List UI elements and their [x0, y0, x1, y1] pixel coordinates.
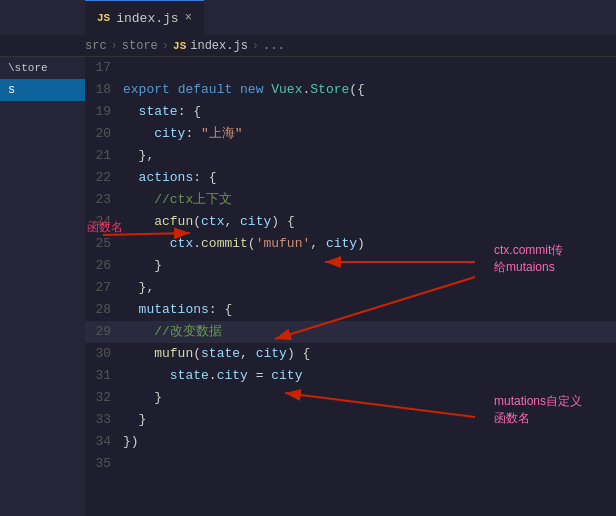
- token: "上海": [201, 126, 243, 141]
- line-23: 23 //ctx上下文: [85, 189, 616, 211]
- line-content: },: [123, 277, 616, 299]
- line-number: 20: [85, 123, 123, 145]
- sidebar-item-s[interactable]: s: [0, 79, 85, 101]
- token: state: [201, 346, 240, 361]
- line-content: export default new Vuex.Store({: [123, 79, 616, 101]
- line-24: 24 acfun(ctx, city) {: [85, 211, 616, 233]
- token: mutations: [139, 302, 209, 317]
- breadcrumb-sep1: ›: [111, 39, 118, 53]
- token: ,: [310, 236, 326, 251]
- line-content: //ctx上下文: [123, 189, 616, 211]
- code-editor[interactable]: 1718export default new Vuex.Store({19 st…: [85, 57, 616, 516]
- token: : {: [178, 104, 201, 119]
- token: ) {: [271, 214, 294, 229]
- line-number: 21: [85, 145, 123, 167]
- line-33: 33 }: [85, 409, 616, 431]
- token: [232, 82, 240, 97]
- token: Vuex: [271, 82, 302, 97]
- token: (: [193, 346, 201, 361]
- token: =: [248, 368, 271, 383]
- token: acfun: [154, 214, 193, 229]
- token: [123, 104, 139, 119]
- token: }: [154, 258, 162, 273]
- breadcrumb-src: src: [85, 39, 107, 53]
- breadcrumb-sep2: ›: [162, 39, 169, 53]
- line-content: state.city = city: [123, 365, 616, 387]
- token: [123, 126, 154, 141]
- line-number: 18: [85, 79, 123, 101]
- token: commit: [201, 236, 248, 251]
- tab-label: index.js: [116, 11, 178, 26]
- line-28: 28 mutations: {: [85, 299, 616, 321]
- line-18: 18export default new Vuex.Store({: [85, 79, 616, 101]
- line-number: 17: [85, 57, 123, 79]
- token: [123, 412, 139, 427]
- token: ,: [240, 346, 256, 361]
- token: [170, 82, 178, 97]
- line-31: 31 state.city = city: [85, 365, 616, 387]
- code-area: 1718export default new Vuex.Store({19 st…: [85, 57, 616, 516]
- token: [123, 302, 139, 317]
- token: ctx: [201, 214, 224, 229]
- line-number: 19: [85, 101, 123, 123]
- token: export: [123, 82, 170, 97]
- line-22: 22 actions: {: [85, 167, 616, 189]
- line-content: city: "上海": [123, 123, 616, 145]
- token: Store: [310, 82, 349, 97]
- line-34: 34}): [85, 431, 616, 453]
- sidebar: \store s: [0, 57, 85, 516]
- line-content: }): [123, 431, 616, 453]
- line-number: 35: [85, 453, 123, 475]
- token: (: [193, 214, 201, 229]
- token: [123, 148, 139, 163]
- line-number: 26: [85, 255, 123, 277]
- sidebar-item-store[interactable]: \store: [0, 57, 85, 79]
- token: [123, 280, 139, 295]
- line-number: 33: [85, 409, 123, 431]
- token: //改变数据: [123, 324, 222, 339]
- line-19: 19 state: {: [85, 101, 616, 123]
- token: [123, 170, 139, 185]
- line-content: mufun(state, city) {: [123, 343, 616, 365]
- line-number: 32: [85, 387, 123, 409]
- line-number: 29: [85, 321, 123, 343]
- line-number: 23: [85, 189, 123, 211]
- token: }: [139, 412, 147, 427]
- line-35: 35: [85, 453, 616, 475]
- line-26: 26 }: [85, 255, 616, 277]
- line-32: 32 }: [85, 387, 616, 409]
- line-27: 27 },: [85, 277, 616, 299]
- token: [123, 214, 154, 229]
- line-content: ctx.commit('mufun', city): [123, 233, 616, 255]
- token: ): [357, 236, 365, 251]
- line-25: 25 ctx.commit('mufun', city): [85, 233, 616, 255]
- tab-index-js[interactable]: JS index.js ×: [85, 0, 204, 35]
- close-icon[interactable]: ×: [185, 11, 192, 25]
- token: actions: [139, 170, 194, 185]
- line-21: 21 },: [85, 145, 616, 167]
- line-number: 27: [85, 277, 123, 299]
- token: default: [178, 82, 233, 97]
- line-30: 30 mufun(state, city) {: [85, 343, 616, 365]
- token: (: [248, 236, 256, 251]
- token: [123, 368, 170, 383]
- line-content: mutations: {: [123, 299, 616, 321]
- line-20: 20 city: "上海": [85, 123, 616, 145]
- line-29: 29 //改变数据: [85, 321, 616, 343]
- token: .: [209, 368, 217, 383]
- token: ) {: [287, 346, 310, 361]
- token: ctx: [170, 236, 193, 251]
- line-content: actions: {: [123, 167, 616, 189]
- token: city: [217, 368, 248, 383]
- breadcrumb-file: index.js: [190, 39, 248, 53]
- token: .: [193, 236, 201, 251]
- breadcrumb-js-icon: JS: [173, 40, 186, 52]
- line-content: }: [123, 387, 616, 409]
- token: state: [139, 104, 178, 119]
- token: }): [123, 434, 139, 449]
- token: },: [139, 148, 155, 163]
- line-content: }: [123, 409, 616, 431]
- line-17: 17: [85, 57, 616, 79]
- token: mufun: [154, 346, 193, 361]
- token: new: [240, 82, 263, 97]
